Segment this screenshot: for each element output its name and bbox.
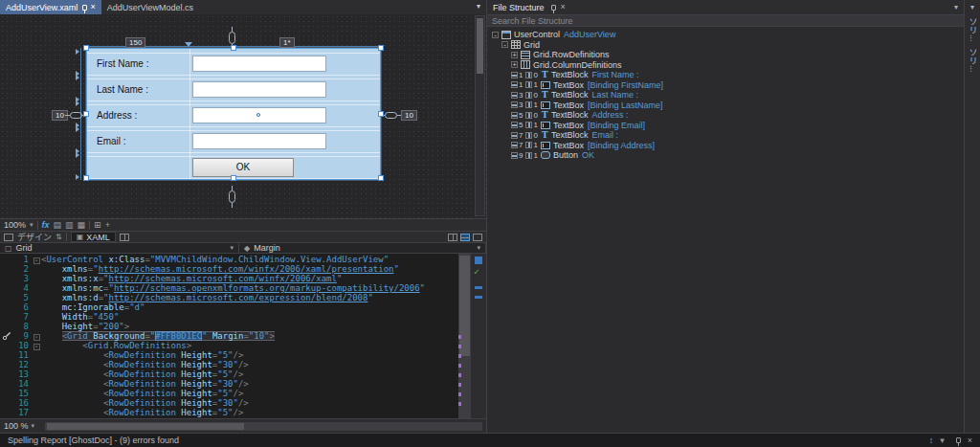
code-line[interactable]: 17 <RowDefinition Height="5"/> — [0, 408, 457, 417]
file-structure-item[interactable]: 51TextBox[Binding Email] — [487, 121, 964, 131]
form-textbox[interactable] — [192, 133, 326, 149]
file-structure-item[interactable]: +Grid.ColumnDefinitions — [487, 60, 964, 71]
bottom-anchor-icon[interactable] — [229, 190, 235, 203]
element-dropdown-icon[interactable]: ▾ — [230, 244, 234, 252]
property-dropdown-icon[interactable]: ▾ — [477, 244, 480, 252]
code-line[interactable]: 2 xmlns="http://schemas.microsoft.com/wi… — [0, 264, 457, 274]
code-line[interactable]: 12 <RowDefinition Height="30"/> — [0, 360, 457, 369]
scrollbar-thumb[interactable] — [477, 18, 483, 74]
show-grid-icon[interactable]: ▤ — [54, 221, 62, 230]
horizontal-split-icon[interactable] — [460, 234, 470, 241]
tree-expander-icon[interactable]: + — [511, 52, 518, 58]
file-structure-item[interactable]: +Grid.RowDefinitions — [487, 50, 964, 60]
column-divider-marker[interactable] — [185, 42, 192, 47]
editor-zoom-dropdown-icon[interactable]: ▾ — [32, 422, 35, 430]
file-structure-item[interactable]: 10TextBlockFirst Name : — [487, 70, 964, 80]
code-line[interactable]: 9- <Grid Background="#FFB0D1EC" Margin="… — [0, 331, 457, 341]
close-icon[interactable]: × — [968, 436, 972, 445]
code-line[interactable]: 4 xmlns:mc="http://schemas.openxmlformat… — [0, 283, 457, 293]
editor-zoom-level[interactable]: 100 % — [4, 421, 29, 431]
zoom-level[interactable]: 100% — [4, 220, 26, 230]
form-preview[interactable]: First Name :Last Name :Address :Email :O… — [86, 48, 381, 180]
code-line[interactable]: 3 xmlns:x="http://schemas.microsoft.com/… — [0, 274, 457, 283]
file-structure-item[interactable]: 31TextBox[Binding LastName] — [487, 101, 964, 111]
fold-collapse-icon[interactable]: - — [33, 334, 40, 341]
file-structure-item[interactable]: 71TextBox[Binding Address] — [487, 141, 964, 151]
designer-vertical-scrollbar[interactable] — [475, 15, 485, 216]
fold-collapse-icon[interactable]: - — [33, 257, 40, 264]
code-line[interactable]: 7 Width="450" — [0, 312, 457, 322]
collapse-pane-icon[interactable] — [473, 234, 482, 241]
tab-adduserviewmodel-cs[interactable]: AddUserViewModel.cs — [101, 0, 199, 14]
row-divider-marker[interactable] — [76, 174, 79, 180]
strip-dropdown-icon[interactable]: ▾ — [965, 0, 980, 11]
tab-adduserview-xaml[interactable]: AddUserView.xaml × — [0, 0, 101, 14]
code-line[interactable]: 16 <RowDefinition Height="30"/> — [0, 398, 457, 408]
column2-width-label[interactable]: 1* — [279, 37, 295, 48]
file-structure-item[interactable]: 70TextBlockEmail : — [487, 130, 964, 141]
zoom-dropdown-icon[interactable]: ▾ — [30, 221, 33, 229]
effects-toggle-icon[interactable]: fx — [42, 220, 50, 230]
code-line[interactable]: 10- <Grid.RowDefinitions> — [0, 341, 457, 350]
code-line[interactable]: 5 xmlns:d="http://schemas.microsoft.com/… — [0, 293, 457, 302]
code-line[interactable]: 11 <RowDefinition Height="5"/> — [0, 350, 457, 360]
code-line[interactable]: 14 <RowDefinition Height="30"/> — [0, 379, 457, 389]
top-anchor-icon[interactable] — [229, 32, 235, 44]
row-divider-marker[interactable] — [76, 49, 79, 55]
pin-icon[interactable] — [956, 437, 961, 443]
solution-explorer-tab[interactable]: ソリ... — [966, 17, 980, 42]
tree-expander-icon[interactable]: - — [492, 32, 499, 38]
vertical-split-icon[interactable] — [448, 234, 457, 241]
gridlines-icon[interactable]: ▦ — [78, 221, 86, 230]
snap-grid-icon[interactable]: ▥ — [65, 221, 74, 230]
selection-handle[interactable] — [83, 111, 89, 117]
file-structure-item[interactable]: 91ButtonOK — [487, 150, 964, 161]
right-anchor-icon[interactable] — [385, 112, 397, 119]
selection-handle[interactable] — [231, 175, 236, 181]
fold-collapse-icon[interactable]: - — [33, 344, 40, 350]
file-structure-item[interactable]: 50TextBlockAddress : — [487, 110, 964, 121]
file-structure-item[interactable]: -UserControlAddUserView — [487, 30, 964, 40]
code-line[interactable]: 15 <RowDefinition Height="5"/> — [0, 389, 457, 398]
selection-handle[interactable] — [83, 45, 89, 51]
column1-width-label[interactable]: 150 — [125, 37, 145, 48]
ok-button[interactable]: OK — [192, 158, 294, 177]
file-health-check-icon[interactable]: ✓ — [474, 266, 479, 277]
xaml-code-editor[interactable]: 1-<UserControl x:Class="MVVMChildWindow.… — [0, 254, 486, 418]
row-divider-marker[interactable] — [76, 152, 79, 158]
pin-icon[interactable] — [82, 5, 87, 11]
scrollbar-thumb[interactable] — [459, 256, 470, 356]
code-line[interactable]: 8 Height="200"> — [0, 322, 457, 331]
form-textbox[interactable] — [192, 56, 326, 72]
file-structure-item[interactable]: 11TextBox[Binding FirstName] — [487, 80, 964, 91]
split-view-icon[interactable] — [120, 234, 129, 241]
dropdown-icon[interactable]: ▾ — [940, 436, 945, 445]
property-breadcrumb[interactable]: ◆ Margin ▾ — [239, 243, 486, 253]
xaml-tab[interactable]: ▣ XAML — [71, 232, 116, 242]
selection-handle[interactable] — [378, 111, 384, 117]
left-anchor-icon[interactable] — [70, 112, 82, 119]
tree-expander-icon[interactable]: + — [511, 61, 518, 68]
close-icon[interactable]: × — [90, 3, 95, 11]
code-line[interactable]: 1-<UserControl x:Class="MVVMChildWindow.… — [0, 255, 457, 264]
scrollbar-thumb[interactable] — [47, 423, 244, 430]
xaml-design-surface[interactable]: 150 1* 10 10 First Name :Last Name :Addr… — [0, 14, 486, 218]
selection-handle[interactable] — [378, 45, 384, 51]
selection-handle[interactable] — [83, 175, 89, 181]
code-line[interactable]: 13 <RowDefinition Height="5"/> — [0, 369, 457, 379]
close-icon[interactable]: × — [561, 3, 566, 11]
tree-expander-icon[interactable]: - — [501, 41, 508, 48]
form-textbox[interactable] — [192, 81, 326, 98]
panel-menu-icon[interactable]: ▾ — [954, 3, 958, 11]
swap-panes-icon[interactable]: ⇅ — [56, 233, 62, 241]
code-line[interactable]: 6 mc:Ignorable="d" — [0, 302, 457, 312]
editor-vertical-scrollbar[interactable] — [458, 254, 471, 418]
row-divider-marker[interactable] — [76, 101, 79, 106]
row-divider-marker[interactable] — [76, 126, 79, 132]
solution-explorer-tab-2[interactable]: ソリ... — [966, 48, 980, 73]
file-structure-item[interactable]: -Grid — [487, 40, 964, 51]
pin-icon[interactable] — [551, 5, 556, 11]
element-breadcrumb[interactable]: ▢ Grid ▾ — [0, 243, 239, 253]
file-structure-search[interactable]: Search File Structure — [487, 14, 964, 27]
right-margin-label[interactable]: 10 — [401, 110, 417, 121]
